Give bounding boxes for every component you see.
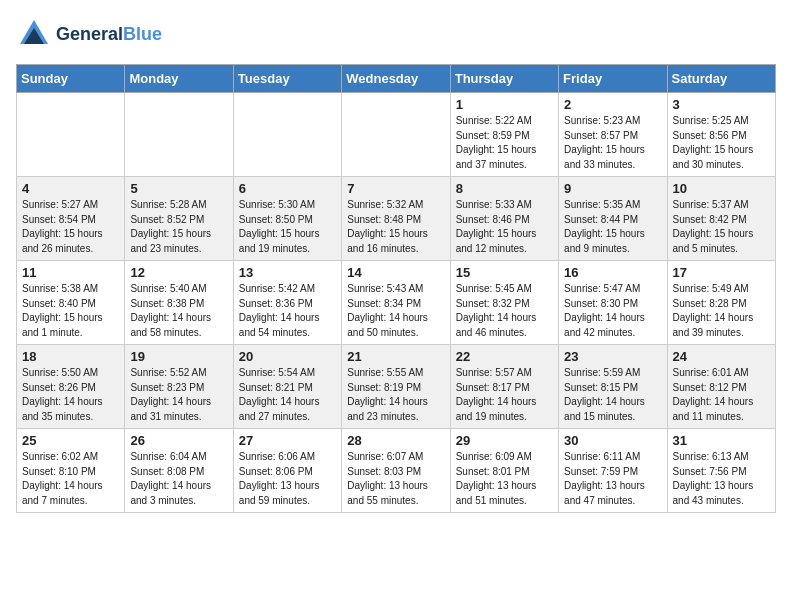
day-number: 2 [564, 97, 661, 112]
calendar-cell: 26Sunrise: 6:04 AM Sunset: 8:08 PM Dayli… [125, 429, 233, 513]
day-number: 15 [456, 265, 553, 280]
day-number: 8 [456, 181, 553, 196]
day-info: Sunrise: 5:38 AM Sunset: 8:40 PM Dayligh… [22, 282, 119, 340]
calendar-cell: 17Sunrise: 5:49 AM Sunset: 8:28 PM Dayli… [667, 261, 775, 345]
day-info: Sunrise: 5:50 AM Sunset: 8:26 PM Dayligh… [22, 366, 119, 424]
logo-text: GeneralBlue [56, 24, 162, 45]
day-info: Sunrise: 5:22 AM Sunset: 8:59 PM Dayligh… [456, 114, 553, 172]
calendar-body: 1Sunrise: 5:22 AM Sunset: 8:59 PM Daylig… [17, 93, 776, 513]
day-number: 25 [22, 433, 119, 448]
day-number: 27 [239, 433, 336, 448]
day-info: Sunrise: 5:33 AM Sunset: 8:46 PM Dayligh… [456, 198, 553, 256]
calendar-cell: 29Sunrise: 6:09 AM Sunset: 8:01 PM Dayli… [450, 429, 558, 513]
calendar-cell: 25Sunrise: 6:02 AM Sunset: 8:10 PM Dayli… [17, 429, 125, 513]
calendar-week-1: 1Sunrise: 5:22 AM Sunset: 8:59 PM Daylig… [17, 93, 776, 177]
calendar-cell [233, 93, 341, 177]
day-info: Sunrise: 5:37 AM Sunset: 8:42 PM Dayligh… [673, 198, 770, 256]
day-info: Sunrise: 5:57 AM Sunset: 8:17 PM Dayligh… [456, 366, 553, 424]
day-number: 21 [347, 349, 444, 364]
day-info: Sunrise: 6:11 AM Sunset: 7:59 PM Dayligh… [564, 450, 661, 508]
day-info: Sunrise: 6:01 AM Sunset: 8:12 PM Dayligh… [673, 366, 770, 424]
calendar-cell: 10Sunrise: 5:37 AM Sunset: 8:42 PM Dayli… [667, 177, 775, 261]
day-number: 24 [673, 349, 770, 364]
calendar-cell [17, 93, 125, 177]
logo-icon [16, 16, 52, 52]
calendar-table: SundayMondayTuesdayWednesdayThursdayFrid… [16, 64, 776, 513]
calendar-cell: 9Sunrise: 5:35 AM Sunset: 8:44 PM Daylig… [559, 177, 667, 261]
calendar-week-3: 11Sunrise: 5:38 AM Sunset: 8:40 PM Dayli… [17, 261, 776, 345]
day-info: Sunrise: 5:54 AM Sunset: 8:21 PM Dayligh… [239, 366, 336, 424]
day-number: 29 [456, 433, 553, 448]
calendar-cell: 3Sunrise: 5:25 AM Sunset: 8:56 PM Daylig… [667, 93, 775, 177]
weekday-header-wednesday: Wednesday [342, 65, 450, 93]
calendar-cell: 1Sunrise: 5:22 AM Sunset: 8:59 PM Daylig… [450, 93, 558, 177]
weekday-header-row: SundayMondayTuesdayWednesdayThursdayFrid… [17, 65, 776, 93]
day-info: Sunrise: 5:47 AM Sunset: 8:30 PM Dayligh… [564, 282, 661, 340]
calendar-cell: 16Sunrise: 5:47 AM Sunset: 8:30 PM Dayli… [559, 261, 667, 345]
day-info: Sunrise: 6:02 AM Sunset: 8:10 PM Dayligh… [22, 450, 119, 508]
calendar-cell: 27Sunrise: 6:06 AM Sunset: 8:06 PM Dayli… [233, 429, 341, 513]
calendar-cell: 21Sunrise: 5:55 AM Sunset: 8:19 PM Dayli… [342, 345, 450, 429]
day-info: Sunrise: 5:40 AM Sunset: 8:38 PM Dayligh… [130, 282, 227, 340]
calendar-cell: 19Sunrise: 5:52 AM Sunset: 8:23 PM Dayli… [125, 345, 233, 429]
calendar-week-4: 18Sunrise: 5:50 AM Sunset: 8:26 PM Dayli… [17, 345, 776, 429]
day-info: Sunrise: 5:49 AM Sunset: 8:28 PM Dayligh… [673, 282, 770, 340]
day-info: Sunrise: 6:09 AM Sunset: 8:01 PM Dayligh… [456, 450, 553, 508]
calendar-cell: 2Sunrise: 5:23 AM Sunset: 8:57 PM Daylig… [559, 93, 667, 177]
day-info: Sunrise: 5:25 AM Sunset: 8:56 PM Dayligh… [673, 114, 770, 172]
calendar-cell: 12Sunrise: 5:40 AM Sunset: 8:38 PM Dayli… [125, 261, 233, 345]
day-info: Sunrise: 5:55 AM Sunset: 8:19 PM Dayligh… [347, 366, 444, 424]
header: GeneralBlue [16, 16, 776, 52]
day-info: Sunrise: 5:59 AM Sunset: 8:15 PM Dayligh… [564, 366, 661, 424]
day-number: 19 [130, 349, 227, 364]
day-number: 23 [564, 349, 661, 364]
weekday-header-sunday: Sunday [17, 65, 125, 93]
calendar-cell: 8Sunrise: 5:33 AM Sunset: 8:46 PM Daylig… [450, 177, 558, 261]
calendar-cell: 7Sunrise: 5:32 AM Sunset: 8:48 PM Daylig… [342, 177, 450, 261]
day-info: Sunrise: 5:42 AM Sunset: 8:36 PM Dayligh… [239, 282, 336, 340]
calendar-cell: 28Sunrise: 6:07 AM Sunset: 8:03 PM Dayli… [342, 429, 450, 513]
calendar-cell [342, 93, 450, 177]
day-number: 16 [564, 265, 661, 280]
day-number: 13 [239, 265, 336, 280]
day-info: Sunrise: 5:23 AM Sunset: 8:57 PM Dayligh… [564, 114, 661, 172]
calendar-cell: 14Sunrise: 5:43 AM Sunset: 8:34 PM Dayli… [342, 261, 450, 345]
day-number: 5 [130, 181, 227, 196]
page: GeneralBlue SundayMondayTuesdayWednesday… [0, 0, 792, 529]
day-number: 22 [456, 349, 553, 364]
calendar-cell: 4Sunrise: 5:27 AM Sunset: 8:54 PM Daylig… [17, 177, 125, 261]
calendar-cell: 18Sunrise: 5:50 AM Sunset: 8:26 PM Dayli… [17, 345, 125, 429]
day-info: Sunrise: 6:06 AM Sunset: 8:06 PM Dayligh… [239, 450, 336, 508]
day-number: 20 [239, 349, 336, 364]
day-number: 6 [239, 181, 336, 196]
calendar-cell: 22Sunrise: 5:57 AM Sunset: 8:17 PM Dayli… [450, 345, 558, 429]
calendar-cell: 24Sunrise: 6:01 AM Sunset: 8:12 PM Dayli… [667, 345, 775, 429]
logo: GeneralBlue [16, 16, 162, 52]
day-number: 28 [347, 433, 444, 448]
weekday-header-friday: Friday [559, 65, 667, 93]
day-number: 9 [564, 181, 661, 196]
day-number: 30 [564, 433, 661, 448]
day-number: 10 [673, 181, 770, 196]
calendar-header: SundayMondayTuesdayWednesdayThursdayFrid… [17, 65, 776, 93]
calendar-cell [125, 93, 233, 177]
calendar-cell: 15Sunrise: 5:45 AM Sunset: 8:32 PM Dayli… [450, 261, 558, 345]
calendar-cell: 11Sunrise: 5:38 AM Sunset: 8:40 PM Dayli… [17, 261, 125, 345]
day-info: Sunrise: 6:07 AM Sunset: 8:03 PM Dayligh… [347, 450, 444, 508]
weekday-header-thursday: Thursday [450, 65, 558, 93]
day-number: 12 [130, 265, 227, 280]
weekday-header-monday: Monday [125, 65, 233, 93]
calendar-week-5: 25Sunrise: 6:02 AM Sunset: 8:10 PM Dayli… [17, 429, 776, 513]
weekday-header-saturday: Saturday [667, 65, 775, 93]
day-number: 1 [456, 97, 553, 112]
day-info: Sunrise: 5:30 AM Sunset: 8:50 PM Dayligh… [239, 198, 336, 256]
day-info: Sunrise: 5:52 AM Sunset: 8:23 PM Dayligh… [130, 366, 227, 424]
calendar-cell: 5Sunrise: 5:28 AM Sunset: 8:52 PM Daylig… [125, 177, 233, 261]
day-info: Sunrise: 5:27 AM Sunset: 8:54 PM Dayligh… [22, 198, 119, 256]
calendar-cell: 20Sunrise: 5:54 AM Sunset: 8:21 PM Dayli… [233, 345, 341, 429]
day-number: 4 [22, 181, 119, 196]
calendar-cell: 6Sunrise: 5:30 AM Sunset: 8:50 PM Daylig… [233, 177, 341, 261]
day-number: 7 [347, 181, 444, 196]
day-number: 11 [22, 265, 119, 280]
day-info: Sunrise: 5:35 AM Sunset: 8:44 PM Dayligh… [564, 198, 661, 256]
